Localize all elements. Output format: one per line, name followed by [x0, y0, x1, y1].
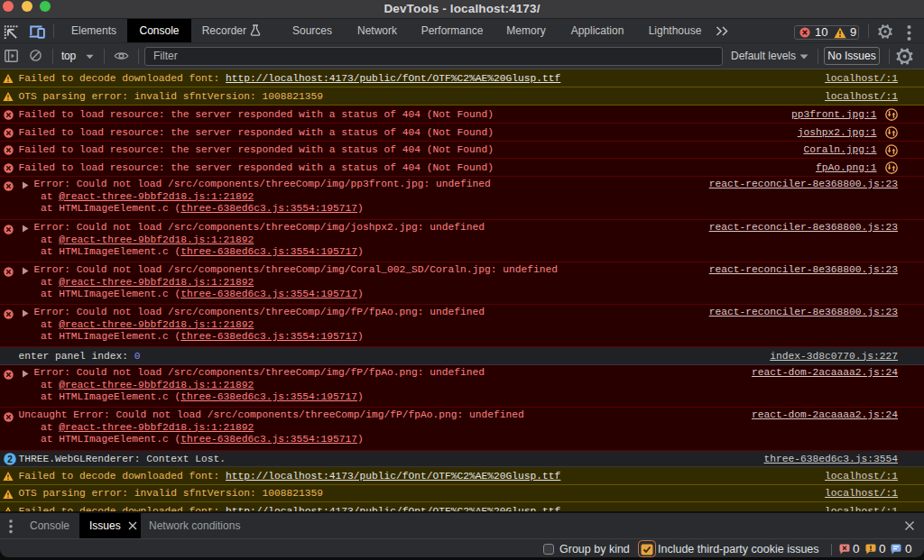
svg-text:2: 2	[7, 454, 13, 464]
